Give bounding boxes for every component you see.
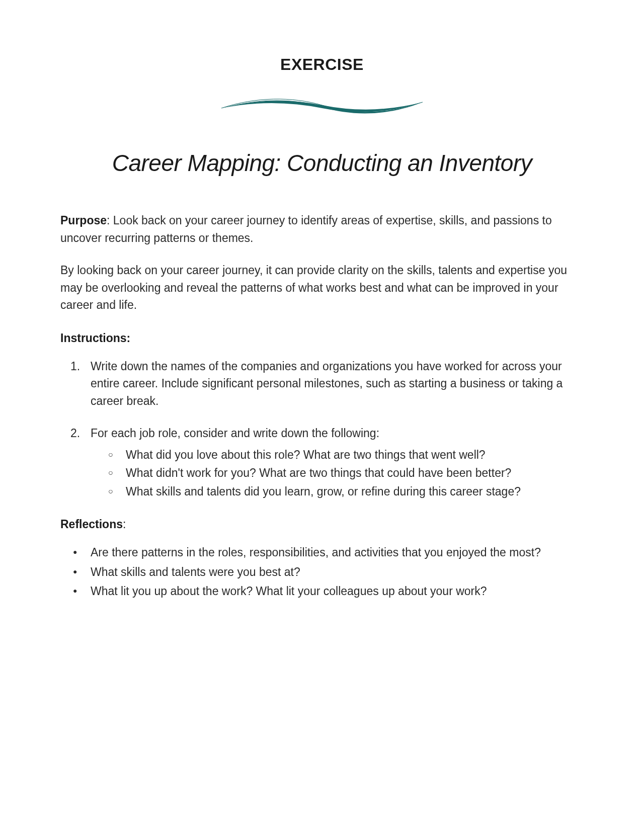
- wave-icon: [216, 94, 428, 114]
- reflections-heading-text: Reflections: [60, 518, 123, 531]
- reflections-heading: Reflections:: [60, 518, 584, 531]
- reflections-list: Are there patterns in the roles, respons…: [60, 544, 584, 600]
- instruction-item: 2. For each job role, consider and write…: [91, 425, 584, 500]
- intro-paragraph: By looking back on your career journey, …: [60, 262, 584, 314]
- sublist-item: What didn't work for you? What are two t…: [126, 464, 584, 482]
- instruction-item: 1. Write down the names of the companies…: [91, 358, 584, 410]
- purpose-text: : Look back on your career journey to id…: [60, 214, 552, 244]
- document-title: Career Mapping: Conducting an Inventory: [60, 149, 584, 177]
- header-label: EXERCISE: [60, 55, 584, 74]
- purpose-label: Purpose: [60, 214, 107, 227]
- wave-divider: [60, 94, 584, 114]
- sublist-item: What did you love about this role? What …: [126, 446, 584, 464]
- list-number: 2.: [70, 425, 80, 442]
- list-number: 1.: [70, 358, 80, 375]
- instruction-text: For each job role, consider and write do…: [91, 427, 379, 440]
- reflections-heading-suffix: :: [123, 518, 126, 531]
- reflection-item: What lit you up about the work? What lit…: [91, 582, 584, 600]
- reflection-item: What skills and talents were you best at…: [91, 563, 584, 581]
- purpose-paragraph: Purpose: Look back on your career journe…: [60, 212, 584, 246]
- sublist-item: What skills and talents did you learn, g…: [126, 483, 584, 501]
- instruction-text: Write down the names of the companies an…: [91, 360, 562, 407]
- instructions-heading: Instructions:: [60, 331, 584, 345]
- instruction-sublist: What did you love about this role? What …: [91, 446, 584, 501]
- reflection-item: Are there patterns in the roles, respons…: [91, 544, 584, 561]
- instructions-list: 1. Write down the names of the companies…: [60, 358, 584, 501]
